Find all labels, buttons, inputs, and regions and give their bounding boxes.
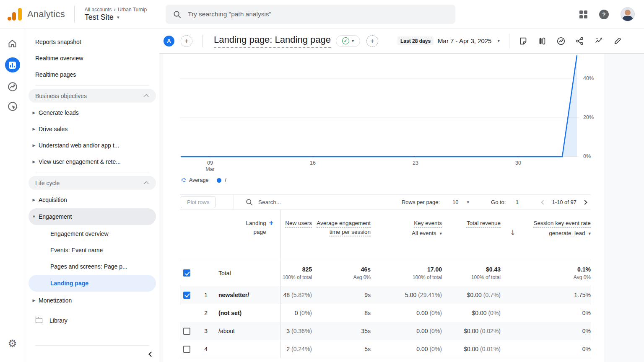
divider xyxy=(35,345,149,346)
breadcrumb-root: All accounts xyxy=(85,7,112,13)
nav-item-events[interactable]: Events: Event name xyxy=(25,242,159,258)
expand-arrow-icon[interactable]: ▶ xyxy=(29,298,39,303)
global-search[interactable] xyxy=(166,5,455,24)
expand-arrow-icon[interactable]: ▶ xyxy=(29,143,39,147)
table-total-row: Total 825100% of total 46sAvg 0% 17.0010… xyxy=(180,260,591,286)
landing-page-cell: newsletter/ xyxy=(209,286,280,304)
comparison-chip[interactable]: A xyxy=(164,36,174,47)
table-row[interactable]: 4 2 (0.24%) 5s 0.00 (0%) $0.00 (0.01%) 0… xyxy=(180,340,591,358)
account-switcher[interactable]: All accounts › Urban Turnip Test Site ▾ xyxy=(85,6,147,22)
chevron-down-icon: ▾ xyxy=(117,15,119,20)
explore-icon[interactable] xyxy=(7,81,18,92)
settings-gear-icon[interactable]: ⚙ xyxy=(8,338,17,349)
column-total-revenue[interactable]: Total revenue ↓ xyxy=(442,210,501,260)
comparison-icon[interactable] xyxy=(538,36,547,46)
nav-item-landing-page-active[interactable]: Landing page xyxy=(29,275,156,292)
expand-arrow-icon[interactable]: ▶ xyxy=(29,111,39,115)
row-checkbox[interactable] xyxy=(183,346,190,353)
nav-item-engagement-overview[interactable]: Engagement overview xyxy=(25,225,159,242)
chevron-down-icon: ▾ xyxy=(588,231,591,236)
breadcrumb-current: Urban Turnip xyxy=(118,7,147,13)
home-icon[interactable] xyxy=(7,39,18,49)
x-axis-tick: 09Mar xyxy=(200,160,220,173)
date-range[interactable]: Mar 7 - Apr 3, 2025 xyxy=(438,37,491,44)
expand-arrow-icon[interactable]: ▶ xyxy=(29,198,39,202)
plot-rows-button[interactable]: Plot rows xyxy=(181,196,216,208)
nav-item-user-engagement[interactable]: ▶View user engagement & rete... xyxy=(25,153,159,170)
total-row-checkbox[interactable] xyxy=(183,269,190,277)
report-title[interactable]: Landing page: Landing page xyxy=(214,34,331,48)
table-row[interactable]: 2 (not set) 0 (0%) 8s 0.00 (0%) $0.00 (0… xyxy=(180,304,591,322)
row-checkbox[interactable] xyxy=(183,328,190,335)
property-name[interactable]: Test Site xyxy=(85,13,114,22)
chevron-down-icon[interactable]: ▾ xyxy=(467,199,470,205)
table-search-input[interactable] xyxy=(258,199,351,205)
reports-icon-active[interactable] xyxy=(5,57,20,72)
key-events-filter[interactable]: All events▾ xyxy=(371,229,442,238)
nav-item-acquisition[interactable]: ▶Acquisition xyxy=(25,191,159,208)
nav-item-pages-screens[interactable]: Pages and screens: Page p... xyxy=(25,258,159,274)
notes-icon[interactable] xyxy=(519,36,528,46)
section-business-objectives[interactable]: Business objectives xyxy=(29,89,156,103)
user-avatar[interactable] xyxy=(621,7,635,21)
help-icon[interactable]: ? xyxy=(599,10,609,19)
advertising-icon[interactable] xyxy=(7,101,18,112)
nav-item-generate-leads[interactable]: ▶Generate leads xyxy=(25,104,159,121)
library-folder-icon xyxy=(36,318,42,323)
share-icon[interactable] xyxy=(575,36,584,46)
section-life-cycle[interactable]: Life cycle xyxy=(29,176,156,190)
collapse-drawer-icon[interactable] xyxy=(148,352,154,357)
chevron-up-icon xyxy=(144,181,148,186)
add-dimension-icon[interactable]: + xyxy=(269,219,273,228)
insights-icon[interactable] xyxy=(594,36,603,46)
rows-per-page-value[interactable]: 10 xyxy=(452,199,458,205)
expand-arrow-icon[interactable]: ▶ xyxy=(29,127,39,131)
nav-item-drive-sales[interactable]: ▶Drive sales xyxy=(25,121,159,137)
table-row[interactable]: 3 /about 3 (0.36%) 35s 0.00 (0%) $0.00 (… xyxy=(180,322,591,340)
landing-page-cell: /about xyxy=(209,322,280,340)
pagination-range: 1-10 of 97 xyxy=(552,199,576,205)
column-session-key-event-rate[interactable]: Session key event rate generate_lead▾ xyxy=(501,210,591,260)
explore-report-icon[interactable] xyxy=(556,36,566,46)
column-key-events[interactable]: Key events All events▾ xyxy=(371,210,442,260)
expand-arrow-icon[interactable]: ▶ xyxy=(29,160,39,164)
data-quality-pill[interactable]: ✓ ▾ xyxy=(336,35,360,47)
nav-item-engagement[interactable]: ▼Engagement xyxy=(29,208,156,225)
row-checkbox[interactable] xyxy=(183,292,190,299)
chart-legend: Average / xyxy=(182,176,605,184)
landing-page-cell xyxy=(209,340,280,358)
rate-event-filter[interactable]: generate_lead▾ xyxy=(501,229,591,238)
analytics-logo-icon[interactable] xyxy=(8,8,22,21)
nav-item-realtime-pages[interactable]: Realtime pages xyxy=(25,66,159,83)
table-search[interactable] xyxy=(246,199,402,206)
column-landing-page[interactable]: Landing page xyxy=(241,219,266,236)
report-card: 40% 20% 0% 09Mar162330 Average / Plot ro… xyxy=(163,54,605,362)
row-number: 2 xyxy=(197,310,209,316)
legend-label-average: Average xyxy=(189,177,208,183)
apps-grid-icon[interactable] xyxy=(579,10,587,18)
column-new-users[interactable]: New users xyxy=(280,210,312,260)
table-row[interactable]: 1 newsletter/ 48 (5.82%) 9s 5.00 (29.41%… xyxy=(180,286,591,304)
divider xyxy=(35,85,149,86)
nav-item-monetization[interactable]: ▶Monetization xyxy=(25,292,159,308)
x-axis-tick: 30 xyxy=(509,160,528,166)
global-search-input[interactable] xyxy=(188,10,448,18)
line-chart[interactable]: 40% 20% 0% xyxy=(180,54,603,158)
nav-item-library[interactable]: Library xyxy=(25,312,159,329)
row-number: 1 xyxy=(197,292,209,298)
nav-item-realtime-overview[interactable]: Realtime overview xyxy=(25,50,159,66)
chevron-down-icon: ▾ xyxy=(352,38,354,44)
edit-pencil-icon[interactable] xyxy=(613,36,622,46)
add-comparison-button[interactable]: + xyxy=(181,35,192,47)
nav-item-reports-snapshot[interactable]: Reports snapshot xyxy=(25,34,159,50)
add-report-tab-button[interactable]: + xyxy=(366,35,378,47)
landing-page-cell: (not set) xyxy=(209,304,280,322)
collapse-arrow-icon[interactable]: ▼ xyxy=(29,215,39,219)
column-avg-engagement[interactable]: Average engagement time per session xyxy=(312,210,371,260)
nav-item-understand-traffic[interactable]: ▶Understand web and/or app t... xyxy=(25,137,159,153)
previous-page-icon[interactable] xyxy=(541,200,546,204)
next-page-icon[interactable] xyxy=(582,200,587,204)
go-to-page-input[interactable] xyxy=(512,199,522,205)
date-preset-badge: Last 28 days xyxy=(397,36,434,45)
nav-rail: ⚙ xyxy=(0,28,25,362)
